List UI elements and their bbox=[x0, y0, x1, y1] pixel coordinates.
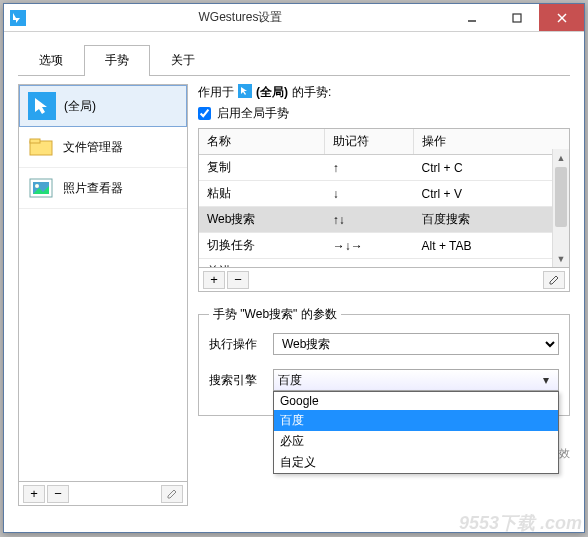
table-row[interactable]: Web搜索↑↓百度搜索 bbox=[199, 207, 569, 233]
applies-suffix: 的手势: bbox=[292, 84, 331, 101]
table-row[interactable]: 前进→Alt + RIGHT bbox=[199, 259, 569, 269]
cell-name: 前进 bbox=[199, 259, 325, 269]
applies-to-row: 作用于 (全局) 的手势: bbox=[198, 84, 570, 101]
cell-name: 复制 bbox=[199, 155, 325, 181]
table-row[interactable]: 切换任务→↓→Alt + TAB bbox=[199, 233, 569, 259]
folder-icon bbox=[27, 133, 55, 161]
app-item-global[interactable]: (全局) bbox=[19, 85, 187, 127]
tab-about[interactable]: 关于 bbox=[150, 45, 216, 76]
gestures-panel: (全局) 文件管理器 照片查看器 bbox=[18, 76, 570, 506]
enable-label: 启用全局手势 bbox=[217, 105, 289, 122]
action-select[interactable]: Web搜索 bbox=[273, 333, 559, 355]
window-title: WGestures设置 bbox=[32, 9, 449, 26]
enable-global-checkbox[interactable] bbox=[198, 107, 211, 120]
engine-option[interactable]: 百度 bbox=[274, 410, 558, 431]
chevron-down-icon: ▾ bbox=[538, 373, 554, 387]
add-gesture-button[interactable]: + bbox=[203, 271, 225, 289]
tab-options[interactable]: 选项 bbox=[18, 45, 84, 76]
engine-dropdown[interactable]: 百度 ▾ Google百度必应自定义 bbox=[273, 369, 559, 391]
scroll-up-icon[interactable]: ▲ bbox=[553, 149, 569, 166]
maximize-button[interactable] bbox=[494, 4, 539, 31]
cell-action: Ctrl + V bbox=[414, 181, 569, 207]
cell-action: 百度搜索 bbox=[414, 207, 569, 233]
cursor-icon bbox=[28, 92, 56, 120]
applies-prefix: 作用于 bbox=[198, 84, 234, 101]
enable-row: 启用全局手势 bbox=[198, 105, 570, 122]
cell-name: 切换任务 bbox=[199, 233, 325, 259]
svg-point-10 bbox=[35, 184, 39, 188]
remove-app-button[interactable]: − bbox=[47, 485, 69, 503]
tab-bar: 选项 手势 关于 bbox=[18, 44, 570, 76]
cell-action: Alt + TAB bbox=[414, 233, 569, 259]
cell-mnemonic: ↓ bbox=[325, 181, 414, 207]
app-icon bbox=[10, 10, 26, 26]
svg-rect-7 bbox=[30, 139, 40, 143]
action-row: 执行操作 Web搜索 bbox=[209, 333, 559, 355]
engine-option[interactable]: Google bbox=[274, 392, 558, 410]
cell-action: Alt + RIGHT bbox=[414, 259, 569, 269]
engine-combo[interactable]: 百度 ▾ bbox=[273, 369, 559, 391]
gesture-toolbar: + − bbox=[198, 268, 570, 292]
svg-rect-2 bbox=[513, 14, 521, 22]
app-item-label: (全局) bbox=[64, 98, 96, 115]
params-legend: 手势 "Web搜索" 的参数 bbox=[209, 306, 341, 323]
table-header-row: 名称 助记符 操作 bbox=[199, 129, 569, 155]
minimize-button[interactable] bbox=[449, 4, 494, 31]
settings-window: WGestures设置 选项 手势 关于 bbox=[3, 3, 585, 533]
app-item-photoviewer[interactable]: 照片查看器 bbox=[19, 168, 187, 209]
remove-gesture-button[interactable]: − bbox=[227, 271, 249, 289]
col-name[interactable]: 名称 bbox=[199, 129, 325, 155]
app-item-label: 照片查看器 bbox=[63, 180, 123, 197]
cell-mnemonic: →↓→ bbox=[325, 233, 414, 259]
cell-action: Ctrl + C bbox=[414, 155, 569, 181]
engine-option[interactable]: 自定义 bbox=[274, 452, 558, 473]
app-item-label: 文件管理器 bbox=[63, 139, 123, 156]
col-action[interactable]: 操作 bbox=[414, 129, 569, 155]
applies-target: (全局) bbox=[256, 84, 288, 101]
photo-icon bbox=[27, 174, 55, 202]
right-column: 作用于 (全局) 的手势: 启用全局手势 bbox=[198, 84, 570, 506]
table-row[interactable]: 复制↑Ctrl + C bbox=[199, 155, 569, 181]
engine-value: 百度 bbox=[278, 372, 302, 389]
edit-app-button[interactable] bbox=[161, 485, 183, 503]
cell-name: 粘贴 bbox=[199, 181, 325, 207]
content-area: 选项 手势 关于 (全局) 文 bbox=[4, 32, 584, 516]
applist-toolbar: + − bbox=[18, 482, 188, 506]
cell-mnemonic: ↑↓ bbox=[325, 207, 414, 233]
scroll-thumb[interactable] bbox=[555, 167, 567, 227]
close-button[interactable] bbox=[539, 4, 584, 31]
titlebar: WGestures设置 bbox=[4, 4, 584, 32]
app-item-explorer[interactable]: 文件管理器 bbox=[19, 127, 187, 168]
col-mnemonic[interactable]: 助记符 bbox=[325, 129, 414, 155]
tab-gestures[interactable]: 手势 bbox=[84, 45, 150, 76]
engine-option-list: Google百度必应自定义 bbox=[273, 391, 559, 474]
scroll-down-icon[interactable]: ▼ bbox=[553, 250, 569, 267]
app-list[interactable]: (全局) 文件管理器 照片查看器 bbox=[18, 84, 188, 482]
action-label: 执行操作 bbox=[209, 336, 263, 353]
cursor-icon-small bbox=[238, 84, 252, 101]
engine-option[interactable]: 必应 bbox=[274, 431, 558, 452]
table-row[interactable]: 粘贴↓Ctrl + V bbox=[199, 181, 569, 207]
params-fieldset: 手势 "Web搜索" 的参数 执行操作 Web搜索 搜索引擎 百度 bbox=[198, 306, 570, 416]
engine-row: 搜索引擎 百度 ▾ Google百度必应自定义 bbox=[209, 369, 559, 391]
window-buttons bbox=[449, 4, 584, 31]
edit-gesture-button[interactable] bbox=[543, 271, 565, 289]
cell-name: Web搜索 bbox=[199, 207, 325, 233]
engine-label: 搜索引擎 bbox=[209, 372, 263, 389]
cell-mnemonic: → bbox=[325, 259, 414, 269]
gesture-table[interactable]: 名称 助记符 操作 复制↑Ctrl + C粘贴↓Ctrl + VWeb搜索↑↓百… bbox=[199, 129, 569, 268]
table-scrollbar[interactable]: ▲ ▼ bbox=[552, 149, 569, 267]
left-column: (全局) 文件管理器 照片查看器 bbox=[18, 84, 188, 506]
cell-mnemonic: ↑ bbox=[325, 155, 414, 181]
gesture-table-wrapper: 名称 助记符 操作 复制↑Ctrl + C粘贴↓Ctrl + VWeb搜索↑↓百… bbox=[198, 128, 570, 268]
add-app-button[interactable]: + bbox=[23, 485, 45, 503]
